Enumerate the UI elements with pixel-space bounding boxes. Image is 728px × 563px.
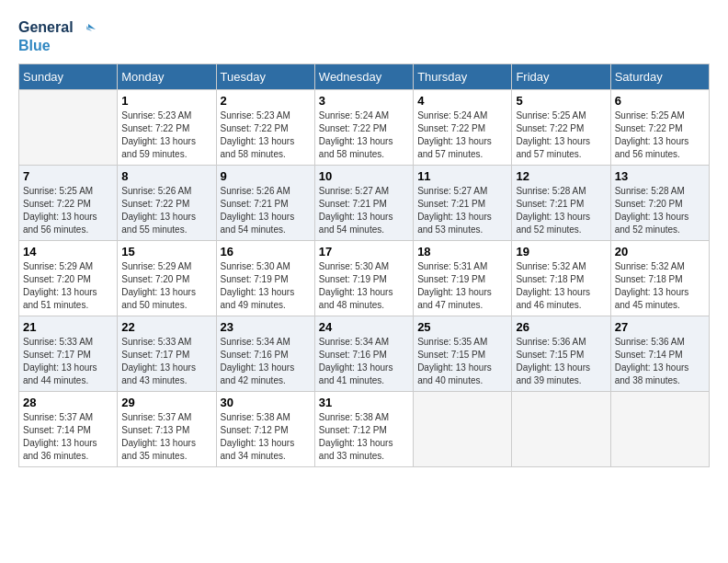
calendar-cell: 13Sunrise: 5:28 AMSunset: 7:20 PMDayligh… bbox=[610, 165, 709, 240]
calendar-week-5: 28Sunrise: 5:37 AMSunset: 7:14 PMDayligh… bbox=[19, 391, 710, 466]
calendar-cell: 28Sunrise: 5:37 AMSunset: 7:14 PMDayligh… bbox=[19, 391, 118, 466]
day-number: 22 bbox=[121, 320, 211, 334]
weekday-header-monday: Monday bbox=[118, 63, 216, 89]
calendar-week-2: 7Sunrise: 5:25 AMSunset: 7:22 PMDaylight… bbox=[19, 165, 710, 240]
day-number: 7 bbox=[23, 169, 113, 183]
calendar-cell: 15Sunrise: 5:29 AMSunset: 7:20 PMDayligh… bbox=[118, 240, 216, 316]
calendar-cell: 21Sunrise: 5:33 AMSunset: 7:17 PMDayligh… bbox=[19, 316, 118, 391]
calendar-cell: 1Sunrise: 5:23 AMSunset: 7:22 PMDaylight… bbox=[118, 89, 216, 165]
logo-text: General Blue bbox=[18, 18, 96, 54]
calendar-cell: 8Sunrise: 5:26 AMSunset: 7:22 PMDaylight… bbox=[118, 165, 216, 240]
day-number: 31 bbox=[319, 396, 409, 409]
day-number: 11 bbox=[417, 169, 507, 183]
day-info: Sunrise: 5:26 AMSunset: 7:22 PMDaylight:… bbox=[121, 185, 211, 236]
day-number: 24 bbox=[319, 320, 409, 334]
day-number: 28 bbox=[23, 396, 113, 409]
logo-bird-icon bbox=[79, 20, 96, 37]
weekday-header-thursday: Thursday bbox=[414, 63, 512, 89]
calendar-cell: 12Sunrise: 5:28 AMSunset: 7:21 PMDayligh… bbox=[512, 165, 610, 240]
day-number: 27 bbox=[615, 320, 705, 334]
day-info: Sunrise: 5:35 AMSunset: 7:15 PMDaylight:… bbox=[417, 336, 507, 387]
day-number: 25 bbox=[417, 320, 507, 334]
weekday-header-sunday: Sunday bbox=[19, 63, 118, 89]
day-number: 10 bbox=[319, 169, 409, 183]
day-number: 18 bbox=[417, 245, 507, 259]
calendar-cell bbox=[19, 89, 118, 165]
day-number: 30 bbox=[221, 396, 311, 409]
calendar-cell: 19Sunrise: 5:32 AMSunset: 7:18 PMDayligh… bbox=[512, 240, 610, 316]
calendar-cell: 31Sunrise: 5:38 AMSunset: 7:12 PMDayligh… bbox=[314, 391, 413, 466]
calendar-cell: 2Sunrise: 5:23 AMSunset: 7:22 PMDaylight… bbox=[216, 89, 314, 165]
day-info: Sunrise: 5:32 AMSunset: 7:18 PMDaylight:… bbox=[516, 260, 606, 312]
calendar-cell: 16Sunrise: 5:30 AMSunset: 7:19 PMDayligh… bbox=[216, 240, 314, 316]
day-number: 3 bbox=[319, 94, 409, 108]
calendar-cell: 14Sunrise: 5:29 AMSunset: 7:20 PMDayligh… bbox=[19, 240, 118, 316]
day-number: 16 bbox=[221, 245, 311, 259]
weekday-header-row: SundayMondayTuesdayWednesdayThursdayFrid… bbox=[19, 63, 710, 89]
day-info: Sunrise: 5:30 AMSunset: 7:19 PMDaylight:… bbox=[319, 260, 409, 312]
calendar-cell: 23Sunrise: 5:34 AMSunset: 7:16 PMDayligh… bbox=[216, 316, 314, 391]
day-info: Sunrise: 5:23 AMSunset: 7:22 PMDaylight:… bbox=[121, 109, 211, 161]
calendar-cell: 27Sunrise: 5:36 AMSunset: 7:14 PMDayligh… bbox=[610, 316, 709, 391]
calendar-cell: 5Sunrise: 5:25 AMSunset: 7:22 PMDaylight… bbox=[512, 89, 610, 165]
day-info: Sunrise: 5:26 AMSunset: 7:21 PMDaylight:… bbox=[221, 185, 311, 236]
day-number: 2 bbox=[221, 94, 311, 108]
day-number: 29 bbox=[121, 396, 211, 409]
day-info: Sunrise: 5:23 AMSunset: 7:22 PMDaylight:… bbox=[221, 109, 311, 161]
calendar-week-4: 21Sunrise: 5:33 AMSunset: 7:17 PMDayligh… bbox=[19, 316, 710, 391]
day-number: 15 bbox=[121, 245, 211, 259]
day-info: Sunrise: 5:25 AMSunset: 7:22 PMDaylight:… bbox=[615, 109, 705, 161]
day-number: 26 bbox=[516, 320, 606, 334]
calendar-cell: 18Sunrise: 5:31 AMSunset: 7:19 PMDayligh… bbox=[414, 240, 512, 316]
header: General Blue bbox=[18, 18, 710, 54]
day-info: Sunrise: 5:34 AMSunset: 7:16 PMDaylight:… bbox=[319, 336, 409, 387]
day-number: 9 bbox=[221, 169, 311, 183]
day-info: Sunrise: 5:27 AMSunset: 7:21 PMDaylight:… bbox=[319, 185, 409, 236]
day-number: 5 bbox=[516, 94, 606, 108]
day-number: 14 bbox=[23, 245, 113, 259]
calendar-week-3: 14Sunrise: 5:29 AMSunset: 7:20 PMDayligh… bbox=[19, 240, 710, 316]
day-number: 4 bbox=[417, 94, 507, 108]
day-info: Sunrise: 5:34 AMSunset: 7:16 PMDaylight:… bbox=[221, 336, 311, 387]
calendar-cell: 4Sunrise: 5:24 AMSunset: 7:22 PMDaylight… bbox=[414, 89, 512, 165]
calendar-cell: 17Sunrise: 5:30 AMSunset: 7:19 PMDayligh… bbox=[314, 240, 413, 316]
calendar-cell: 26Sunrise: 5:36 AMSunset: 7:15 PMDayligh… bbox=[512, 316, 610, 391]
day-number: 1 bbox=[121, 94, 211, 108]
calendar-cell: 6Sunrise: 5:25 AMSunset: 7:22 PMDaylight… bbox=[610, 89, 709, 165]
day-info: Sunrise: 5:24 AMSunset: 7:22 PMDaylight:… bbox=[319, 109, 409, 161]
calendar-cell: 24Sunrise: 5:34 AMSunset: 7:16 PMDayligh… bbox=[314, 316, 413, 391]
day-info: Sunrise: 5:28 AMSunset: 7:21 PMDaylight:… bbox=[516, 185, 606, 236]
calendar-week-1: 1Sunrise: 5:23 AMSunset: 7:22 PMDaylight… bbox=[19, 89, 710, 165]
day-number: 23 bbox=[221, 320, 311, 334]
calendar-cell bbox=[414, 391, 512, 466]
weekday-header-friday: Friday bbox=[512, 63, 610, 89]
calendar-cell: 25Sunrise: 5:35 AMSunset: 7:15 PMDayligh… bbox=[414, 316, 512, 391]
calendar-cell bbox=[512, 391, 610, 466]
day-info: Sunrise: 5:36 AMSunset: 7:14 PMDaylight:… bbox=[615, 336, 705, 387]
day-info: Sunrise: 5:33 AMSunset: 7:17 PMDaylight:… bbox=[121, 336, 211, 387]
day-number: 19 bbox=[516, 245, 606, 259]
day-number: 6 bbox=[615, 94, 705, 108]
day-info: Sunrise: 5:31 AMSunset: 7:19 PMDaylight:… bbox=[417, 260, 507, 312]
calendar-cell: 10Sunrise: 5:27 AMSunset: 7:21 PMDayligh… bbox=[314, 165, 413, 240]
day-info: Sunrise: 5:38 AMSunset: 7:12 PMDaylight:… bbox=[221, 411, 311, 463]
calendar-cell: 9Sunrise: 5:26 AMSunset: 7:21 PMDaylight… bbox=[216, 165, 314, 240]
day-info: Sunrise: 5:24 AMSunset: 7:22 PMDaylight:… bbox=[417, 109, 507, 161]
calendar-cell: 7Sunrise: 5:25 AMSunset: 7:22 PMDaylight… bbox=[19, 165, 118, 240]
day-number: 12 bbox=[516, 169, 606, 183]
day-number: 8 bbox=[121, 169, 211, 183]
calendar-cell: 22Sunrise: 5:33 AMSunset: 7:17 PMDayligh… bbox=[118, 316, 216, 391]
day-info: Sunrise: 5:37 AMSunset: 7:14 PMDaylight:… bbox=[23, 411, 113, 463]
day-number: 21 bbox=[23, 320, 113, 334]
calendar-cell: 11Sunrise: 5:27 AMSunset: 7:21 PMDayligh… bbox=[414, 165, 512, 240]
calendar-cell: 29Sunrise: 5:37 AMSunset: 7:13 PMDayligh… bbox=[118, 391, 216, 466]
calendar-cell bbox=[610, 391, 709, 466]
day-info: Sunrise: 5:25 AMSunset: 7:22 PMDaylight:… bbox=[23, 185, 113, 236]
day-number: 13 bbox=[615, 169, 705, 183]
day-info: Sunrise: 5:30 AMSunset: 7:19 PMDaylight:… bbox=[221, 260, 311, 312]
day-number: 17 bbox=[319, 245, 409, 259]
day-info: Sunrise: 5:33 AMSunset: 7:17 PMDaylight:… bbox=[23, 336, 113, 387]
calendar-table: SundayMondayTuesdayWednesdayThursdayFrid… bbox=[18, 63, 710, 467]
day-info: Sunrise: 5:32 AMSunset: 7:18 PMDaylight:… bbox=[615, 260, 705, 312]
day-info: Sunrise: 5:27 AMSunset: 7:21 PMDaylight:… bbox=[417, 185, 507, 236]
